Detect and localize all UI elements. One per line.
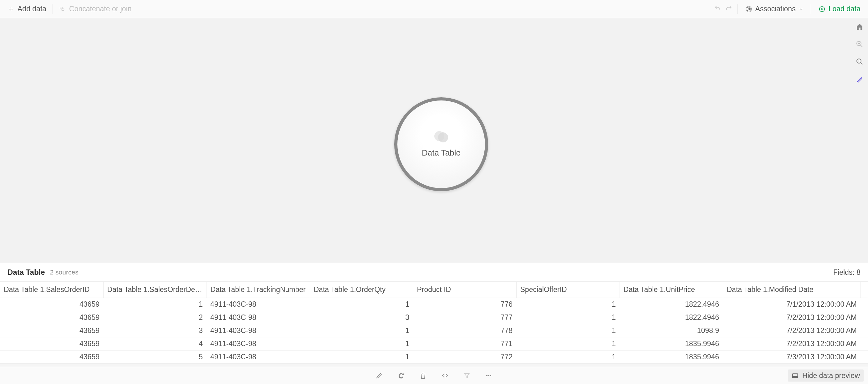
table-cell: 43659	[0, 311, 103, 324]
table-cell: 778	[413, 324, 516, 337]
bottom-toolbar: Hide data preview	[0, 367, 868, 384]
preview-sources: 2 sources	[50, 268, 79, 276]
column-header[interactable]: Data Table 1.UnitPrice	[620, 282, 723, 298]
table-cell	[861, 298, 868, 311]
table-cell: 2	[103, 311, 207, 324]
home-button[interactable]	[855, 22, 864, 31]
svg-rect-1	[62, 9, 64, 11]
table-cell: 1	[516, 298, 620, 311]
column-header[interactable]: Data Table 1.OrderQty	[310, 282, 413, 298]
column-header[interactable]: SpecialOfferID	[516, 282, 620, 298]
filter-button	[462, 371, 471, 380]
preview-header: Data Table 2 sources Fields: 8	[0, 263, 868, 282]
table-cell	[861, 311, 868, 324]
load-data-label: Load data	[829, 5, 861, 13]
canvas-area[interactable]: Data Table	[0, 18, 868, 263]
plus-icon	[7, 6, 14, 12]
table-row[interactable]: 4365944911-403C-98177111835.99467/2/2013…	[0, 337, 868, 351]
svg-point-2	[748, 8, 750, 10]
undo-button	[712, 4, 722, 14]
table-cell: 7/2/2013 12:00:00 AM	[723, 324, 861, 337]
table-cell: 1835.9946	[620, 337, 723, 351]
table-cell	[861, 324, 868, 337]
preview-title: Data Table	[7, 268, 45, 277]
play-circle-icon	[818, 6, 826, 12]
data-table-node[interactable]: Data Table	[394, 97, 488, 191]
divider	[53, 4, 53, 14]
table-cell: 1	[516, 337, 620, 351]
hide-preview-button[interactable]: Hide data preview	[788, 370, 864, 382]
split-button[interactable]	[440, 371, 450, 380]
table-cell: 1	[103, 298, 207, 311]
redo-icon	[725, 6, 733, 12]
table-cell: 43659	[0, 351, 103, 364]
column-header[interactable]	[861, 282, 868, 298]
redo-button	[724, 4, 734, 14]
column-header[interactable]: Data Table 1.SalesOrderDetailID	[103, 282, 207, 298]
table-cell: 4	[103, 337, 207, 351]
table-cell: 1	[516, 311, 620, 324]
column-header[interactable]: Data Table 1.Modified Date	[723, 282, 861, 298]
data-preview-table: Data Table 1.SalesOrderID Data Table 1.S…	[0, 282, 868, 364]
more-button[interactable]	[484, 371, 493, 380]
table-row[interactable]: 4365934911-403C-98177811098.97/2/2013 12…	[0, 324, 868, 337]
zoom-in-button[interactable]	[855, 57, 864, 66]
delete-button[interactable]	[418, 371, 428, 380]
refresh-button[interactable]	[397, 371, 406, 380]
column-header[interactable]: Data Table 1.TrackingNumber	[207, 282, 310, 298]
table-cell: 5	[103, 351, 207, 364]
edit-button[interactable]	[375, 371, 384, 380]
svg-point-15	[490, 375, 491, 376]
table-cell: 4911-403C-98	[207, 324, 310, 337]
table-cell: 7/3/2013 12:00:00 AM	[723, 351, 861, 364]
table-row[interactable]: 4365924911-403C-98377711822.49467/2/2013…	[0, 311, 868, 324]
table-cell: 1098.9	[620, 324, 723, 337]
column-header[interactable]: Product ID	[413, 282, 516, 298]
table-cell: 1	[310, 298, 413, 311]
table-cell: 772	[413, 351, 516, 364]
svg-rect-17	[793, 376, 798, 378]
table-cell: 776	[413, 298, 516, 311]
zoom-out-button[interactable]	[855, 39, 864, 49]
table-cell	[861, 337, 868, 351]
svg-point-13	[486, 375, 488, 376]
table-cell: 1835.9946	[620, 351, 723, 364]
preview-fields-count: Fields: 8	[833, 268, 861, 277]
svg-point-3	[747, 7, 751, 11]
table-cell: 771	[413, 337, 516, 351]
associations-button[interactable]: Associations	[741, 3, 808, 15]
table-cell: 43659	[0, 298, 103, 311]
table-cell: 1	[310, 324, 413, 337]
table-cell: 1822.4946	[620, 298, 723, 311]
table-cell: 777	[413, 311, 516, 324]
svg-line-7	[861, 45, 862, 47]
concat-icon	[59, 6, 66, 12]
panel-icon	[792, 372, 799, 379]
load-data-button[interactable]: Load data	[814, 3, 865, 15]
table-cell: 7/2/2013 12:00:00 AM	[723, 311, 861, 324]
hide-preview-label: Hide data preview	[802, 372, 860, 380]
wand-button[interactable]	[855, 75, 864, 84]
concat-join-label: Concatenate or join	[69, 5, 131, 13]
chevron-down-icon	[799, 6, 803, 12]
add-data-button[interactable]: Add data	[3, 3, 51, 15]
table-row[interactable]: 4365914911-403C-98177611822.49467/1/2013…	[0, 298, 868, 311]
table-cell: 4911-403C-98	[207, 337, 310, 351]
table-cell: 4911-403C-98	[207, 311, 310, 324]
table-cell: 1	[310, 351, 413, 364]
svg-line-10	[861, 63, 862, 64]
svg-rect-0	[60, 7, 62, 8]
table-cell	[861, 351, 868, 364]
svg-point-14	[488, 375, 489, 376]
canvas-tools	[855, 22, 864, 84]
undo-icon	[714, 6, 721, 12]
table-cell: 43659	[0, 337, 103, 351]
data-table-node-label: Data Table	[422, 148, 461, 158]
table-header-row: Data Table 1.SalesOrderID Data Table 1.S…	[0, 282, 868, 298]
table-row[interactable]: 4365954911-403C-98177211835.99467/3/2013…	[0, 351, 868, 364]
column-header[interactable]: Data Table 1.SalesOrderID	[0, 282, 103, 298]
table-cell: 4911-403C-98	[207, 298, 310, 311]
divider	[738, 4, 738, 14]
divider	[811, 4, 811, 14]
data-blob-icon	[434, 131, 448, 142]
